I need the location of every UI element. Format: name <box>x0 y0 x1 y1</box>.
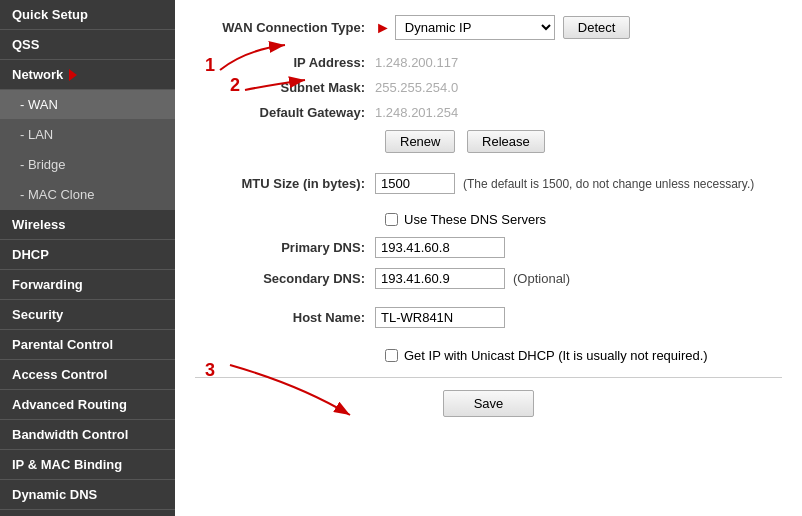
mtu-label: MTU Size (in bytes): <box>195 176 375 191</box>
save-button[interactable]: Save <box>443 390 535 417</box>
secondary-dns-label: Secondary DNS: <box>195 271 375 286</box>
wan-connection-type-row: WAN Connection Type: ► Dynamic IP Detect <box>195 15 782 40</box>
sidebar-item-wireless[interactable]: Wireless <box>0 210 175 240</box>
dns-servers-label: Use These DNS Servers <box>404 212 546 227</box>
sidebar-arrow-icon <box>175 38 183 52</box>
wan-type-arrow-icon: ► <box>375 19 391 37</box>
sidebar-item-bandwidth-control[interactable]: Bandwidth Control <box>0 420 175 450</box>
annotation-1: 1 <box>205 55 215 76</box>
sidebar-item-wan[interactable]: - WAN <box>0 90 175 120</box>
primary-dns-row: Primary DNS: <box>195 237 782 258</box>
renew-button[interactable]: Renew <box>385 130 455 153</box>
primary-dns-input[interactable] <box>375 237 505 258</box>
sidebar-item-dynamic-dns[interactable]: Dynamic DNS <box>0 480 175 510</box>
default-gateway-label: Default Gateway: <box>195 105 375 120</box>
unicast-dhcp-row: Get IP with Unicast DHCP (It is usually … <box>385 348 782 363</box>
default-gateway-row: Default Gateway: 1.248.201.254 <box>195 105 782 120</box>
sidebar-item-bridge[interactable]: - Bridge <box>0 150 175 180</box>
primary-dns-label: Primary DNS: <box>195 240 375 255</box>
ip-address-row: IP Address: 1.248.200.117 <box>195 55 782 70</box>
main-content: 1 2 3 <box>175 0 802 516</box>
wan-connection-type-select[interactable]: Dynamic IP <box>395 15 555 40</box>
annotation-2: 2 <box>230 75 240 96</box>
sidebar-item-system-tools[interactable]: System Tools <box>0 510 175 516</box>
sidebar-item-parental-control[interactable]: Parental Control <box>0 330 175 360</box>
mtu-row: MTU Size (in bytes): (The default is 150… <box>195 173 782 194</box>
sidebar-item-qss[interactable]: QSS <box>0 30 175 60</box>
sidebar-item-advanced-routing[interactable]: Advanced Routing <box>0 390 175 420</box>
sidebar-item-forwarding[interactable]: Forwarding <box>0 270 175 300</box>
dns-servers-checkbox-row: Use These DNS Servers <box>385 212 782 227</box>
subnet-mask-row: Subnet Mask: 255.255.254.0 <box>195 80 782 95</box>
annotation-3: 3 <box>205 360 215 381</box>
default-gateway-value: 1.248.201.254 <box>375 105 458 120</box>
dns-servers-checkbox[interactable] <box>385 213 398 226</box>
sidebar-item-ip-mac-binding[interactable]: IP & MAC Binding <box>0 450 175 480</box>
sidebar: Quick Setup QSS Network - WAN - LAN - Br… <box>0 0 175 516</box>
secondary-dns-input[interactable] <box>375 268 505 289</box>
unicast-dhcp-label: Get IP with Unicast DHCP (It is usually … <box>404 348 708 363</box>
ip-address-label: IP Address: <box>195 55 375 70</box>
sidebar-item-network[interactable]: Network <box>0 60 175 90</box>
sidebar-item-mac-clone[interactable]: - MAC Clone <box>0 180 175 210</box>
secondary-dns-row: Secondary DNS: (Optional) <box>195 268 782 289</box>
sidebar-item-access-control[interactable]: Access Control <box>0 360 175 390</box>
sidebar-item-dhcp[interactable]: DHCP <box>0 240 175 270</box>
form-divider <box>195 377 782 378</box>
optional-text: (Optional) <box>513 271 570 286</box>
ip-address-value: 1.248.200.117 <box>375 55 458 70</box>
subnet-mask-value: 255.255.254.0 <box>375 80 458 95</box>
detect-button[interactable]: Detect <box>563 16 631 39</box>
network-arrow-icon <box>69 69 77 81</box>
mtu-input[interactable] <box>375 173 455 194</box>
sidebar-item-lan[interactable]: - LAN <box>0 120 175 150</box>
release-button[interactable]: Release <box>467 130 545 153</box>
sidebar-item-security[interactable]: Security <box>0 300 175 330</box>
mtu-hint: (The default is 1500, do not change unle… <box>463 177 754 191</box>
host-name-input[interactable] <box>375 307 505 328</box>
subnet-mask-label: Subnet Mask: <box>195 80 375 95</box>
unicast-dhcp-checkbox[interactable] <box>385 349 398 362</box>
renew-release-row: Renew Release <box>385 130 782 153</box>
host-name-label: Host Name: <box>195 310 375 325</box>
sidebar-item-quick-setup[interactable]: Quick Setup <box>0 0 175 30</box>
save-row: Save <box>195 390 782 417</box>
wan-connection-type-label: WAN Connection Type: <box>195 20 375 35</box>
host-name-row: Host Name: <box>195 307 782 328</box>
